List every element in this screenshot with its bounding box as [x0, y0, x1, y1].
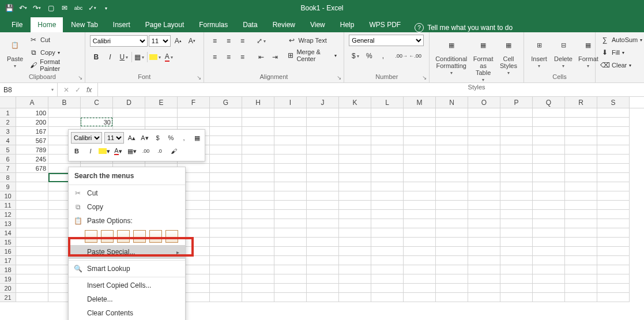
cell[interactable] — [16, 182, 48, 191]
cell[interactable] — [500, 108, 533, 118]
cell[interactable] — [533, 201, 565, 210]
paste-values-icon[interactable] — [101, 230, 114, 243]
merge-center-button[interactable]: ⊞Merge & Center ▾ — [285, 50, 340, 61]
cell[interactable] — [48, 118, 81, 127]
tab-data[interactable]: Data — [236, 17, 264, 32]
format-painter-button[interactable]: 🖌Format Painter — [29, 60, 80, 70]
cell[interactable] — [436, 201, 468, 210]
cell[interactable] — [16, 256, 48, 265]
cell[interactable] — [500, 182, 533, 191]
cell[interactable] — [145, 108, 178, 118]
cell[interactable] — [371, 219, 404, 228]
cell[interactable]: 200 — [16, 118, 48, 127]
cell[interactable] — [242, 182, 274, 191]
cell[interactable] — [16, 293, 48, 302]
cell[interactable] — [16, 284, 48, 293]
tab-review[interactable]: Review — [266, 17, 302, 32]
cell[interactable] — [436, 210, 468, 219]
cell[interactable] — [404, 284, 436, 293]
cell[interactable] — [307, 173, 339, 182]
cell[interactable] — [565, 238, 597, 247]
cell[interactable] — [565, 155, 597, 164]
cell[interactable] — [436, 228, 468, 238]
cell[interactable] — [307, 118, 339, 127]
cell[interactable] — [436, 136, 468, 145]
enter-icon[interactable]: ✓ — [75, 86, 81, 94]
cell[interactable] — [404, 201, 436, 210]
cell[interactable] — [307, 293, 339, 302]
comma-button[interactable]: , — [376, 50, 389, 62]
align-bottom-button[interactable]: ≡ — [236, 35, 249, 47]
cell[interactable] — [210, 118, 242, 127]
cell[interactable] — [500, 210, 533, 219]
cell[interactable] — [242, 145, 274, 155]
cell[interactable] — [533, 173, 565, 182]
cell[interactable] — [468, 191, 500, 201]
cell[interactable] — [500, 155, 533, 164]
cell[interactable] — [371, 256, 404, 265]
percent-button[interactable]: % — [363, 50, 375, 62]
cell[interactable] — [307, 247, 339, 256]
row-header[interactable]: 9 — [0, 182, 16, 191]
cell[interactable] — [371, 164, 404, 173]
cell[interactable] — [242, 238, 274, 247]
row-header[interactable]: 14 — [0, 228, 16, 238]
cell[interactable] — [597, 228, 630, 238]
cell[interactable] — [468, 136, 500, 145]
tab-page-layout[interactable]: Page Layout — [138, 17, 191, 32]
cell[interactable] — [242, 274, 274, 284]
cell[interactable] — [307, 274, 339, 284]
cell[interactable] — [468, 182, 500, 191]
cell[interactable] — [16, 238, 48, 247]
cell[interactable] — [597, 284, 630, 293]
cell[interactable] — [274, 164, 307, 173]
conditional-formatting-button[interactable]: ▦Conditional Formatting▾ — [434, 35, 468, 77]
decrease-font-button[interactable]: A▾ — [186, 35, 198, 47]
dialog-launcher-icon[interactable]: ↘ — [78, 74, 82, 81]
cell[interactable] — [339, 173, 371, 182]
cell[interactable] — [339, 293, 371, 302]
cell[interactable] — [533, 182, 565, 191]
cell[interactable] — [597, 155, 630, 164]
row-header[interactable]: 20 — [0, 284, 16, 293]
bold-button[interactable]: B — [90, 51, 103, 63]
align-top-button[interactable]: ≡ — [209, 35, 221, 47]
mini-size-combo[interactable]: 11 — [104, 132, 124, 144]
cell[interactable]: 30 — [81, 118, 113, 127]
tab-insert[interactable]: Insert — [106, 17, 137, 32]
cell[interactable] — [565, 293, 597, 302]
cell[interactable] — [533, 127, 565, 136]
accounting-format-button[interactable]: $ — [349, 50, 361, 62]
cell[interactable] — [565, 108, 597, 118]
cell[interactable] — [210, 293, 242, 302]
row-header[interactable]: 13 — [0, 219, 16, 228]
tab-view[interactable]: View — [303, 17, 332, 32]
cell[interactable] — [242, 228, 274, 238]
cell[interactable] — [565, 182, 597, 191]
cell[interactable] — [210, 256, 242, 265]
cell[interactable] — [468, 164, 500, 173]
cell[interactable] — [210, 108, 242, 118]
cell[interactable] — [597, 145, 630, 155]
cell[interactable] — [307, 164, 339, 173]
tab-help[interactable]: Help — [333, 17, 361, 32]
cell[interactable] — [436, 145, 468, 155]
cell[interactable] — [597, 210, 630, 219]
cell[interactable] — [210, 145, 242, 155]
cell[interactable] — [404, 256, 436, 265]
cell[interactable] — [597, 182, 630, 191]
cell[interactable] — [339, 136, 371, 145]
cell[interactable] — [178, 118, 210, 127]
cell[interactable] — [113, 108, 145, 118]
clear-button[interactable]: ⌫Clear ▾ — [600, 60, 642, 70]
cell[interactable] — [16, 228, 48, 238]
cell[interactable] — [307, 145, 339, 155]
cell[interactable] — [307, 155, 339, 164]
cell[interactable] — [436, 164, 468, 173]
touch-icon[interactable]: ✓▾ — [88, 3, 97, 13]
mini-bold[interactable]: B — [71, 145, 82, 157]
row-header[interactable]: 21 — [0, 293, 16, 302]
wrap-text-button[interactable]: ↩Wrap Text — [285, 35, 340, 46]
cell[interactable] — [500, 228, 533, 238]
cell[interactable] — [436, 247, 468, 256]
